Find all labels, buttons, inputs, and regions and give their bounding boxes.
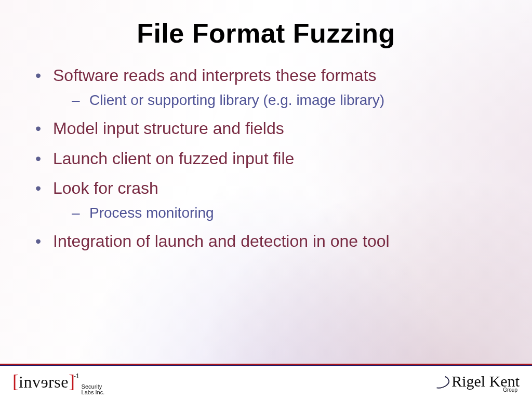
bullet-text: Software reads and interprets these form… bbox=[53, 66, 377, 85]
sub-bullet-text: Process monitoring bbox=[89, 205, 214, 221]
sub-bullet-item: Client or supporting library (e.g. image… bbox=[68, 90, 501, 110]
bullet-item: Look for crash Process monitoring bbox=[31, 177, 501, 223]
logo-sub-line2: Labs Inc. bbox=[82, 390, 105, 395]
bullet-item: Integration of launch and detection in o… bbox=[31, 230, 501, 252]
logo-exponent: -1 bbox=[74, 373, 79, 380]
bullet-text: Launch client on fuzzed input file bbox=[53, 149, 294, 168]
inverse-logo: [inverse]-1 Security Labs Inc. bbox=[12, 370, 104, 394]
bullet-item: Model input structure and fields bbox=[31, 117, 501, 140]
logo-text-a: inv bbox=[19, 373, 41, 392]
sub-bullet-list: Client or supporting library (e.g. image… bbox=[53, 90, 501, 110]
sub-bullet-list: Process monitoring bbox=[53, 203, 501, 223]
logo-subtext: Security Labs Inc. bbox=[82, 384, 105, 395]
logo-text-b: rse bbox=[48, 373, 69, 392]
bullet-text: Integration of launch and detection in o… bbox=[53, 232, 390, 250]
logo-text-flip: e bbox=[41, 373, 48, 392]
rigel-kent-logo: Rigel Kent Group bbox=[444, 373, 520, 393]
bullet-list: Software reads and interprets these form… bbox=[31, 64, 501, 252]
bullet-item: Software reads and interprets these form… bbox=[31, 64, 501, 110]
slide-title: File Format Fuzzing bbox=[0, 18, 532, 49]
slide: File Format Fuzzing Software reads and i… bbox=[0, 0, 532, 399]
footer: [inverse]-1 Security Labs Inc. Rigel Ken… bbox=[0, 366, 532, 399]
swirl-icon bbox=[431, 373, 451, 390]
bullet-text: Look for crash bbox=[53, 179, 158, 197]
sub-bullet-item: Process monitoring bbox=[68, 203, 501, 223]
bullet-text: Model input structure and fields bbox=[53, 119, 284, 138]
bracket-open-icon: [ bbox=[12, 370, 19, 392]
bullet-item: Launch client on fuzzed input file bbox=[31, 148, 501, 170]
slide-content: Software reads and interprets these form… bbox=[0, 64, 532, 252]
sub-bullet-text: Client or supporting library (e.g. image… bbox=[89, 92, 384, 108]
